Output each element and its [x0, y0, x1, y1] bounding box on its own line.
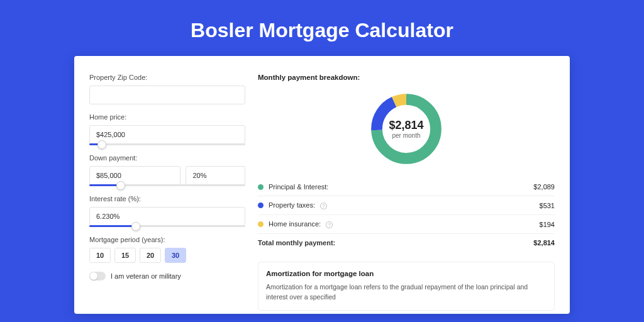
legend-row-principal: Principal & Interest: $2,089 [258, 178, 555, 196]
legend-text-taxes: Property taxes: [269, 201, 315, 209]
down-payment-field: Down payment: [89, 154, 245, 186]
home-price-slider-thumb[interactable] [97, 140, 106, 149]
down-slider[interactable] [89, 184, 245, 186]
legend-name-taxes: Property taxes: ? [269, 201, 540, 209]
down-percent-input[interactable] [186, 166, 245, 185]
info-icon[interactable]: ? [320, 203, 327, 209]
home-price-input[interactable] [89, 125, 245, 144]
total-value: $2,814 [533, 239, 555, 247]
mortgage-period-field: Mortgage period (years): 10 15 20 30 [89, 236, 245, 263]
rate-slider[interactable] [89, 225, 245, 227]
period-btn-30[interactable]: 30 [165, 248, 186, 263]
period-buttons: 10 15 20 30 [89, 248, 245, 263]
down-payment-label: Down payment: [89, 154, 245, 162]
breakdown-title: Monthly payment breakdown: [258, 74, 555, 81]
donut-center-amount: $2,814 [389, 119, 423, 132]
zip-label: Property Zip Code: [89, 74, 245, 81]
interest-rate-field: Interest rate (%): [89, 195, 245, 227]
zip-input[interactable] [89, 86, 245, 104]
home-price-slider[interactable] [89, 143, 245, 145]
donut-chart: $2,814 per month [367, 90, 445, 168]
legend-dot-principal [258, 184, 264, 190]
zip-field: Property Zip Code: [89, 74, 245, 104]
legend-dot-insurance [258, 221, 264, 227]
donut-chart-wrap: $2,814 per month [258, 90, 555, 168]
legend-val-principal: $2,089 [533, 183, 555, 191]
donut-center: $2,814 per month [367, 90, 445, 168]
form-column: Property Zip Code: Home price: Down paym… [89, 74, 245, 299]
total-label: Total monthly payment: [258, 239, 533, 247]
rate-slider-thumb[interactable] [131, 222, 140, 231]
legend-row-total: Total monthly payment: $2,814 [258, 234, 555, 252]
rate-slider-fill [89, 225, 136, 227]
legend-val-taxes: $531 [540, 202, 555, 209]
down-slider-thumb[interactable] [116, 181, 125, 190]
page-title: Bosler Mortgage Calculator [0, 19, 644, 42]
calculator-card: Property Zip Code: Home price: Down paym… [74, 56, 570, 314]
veteran-toggle-row: I am veteran or military [89, 272, 245, 280]
amortization-title: Amortization for mortgage loan [266, 270, 547, 277]
veteran-label: I am veteran or military [111, 272, 181, 280]
donut-center-sub: per month [392, 132, 420, 139]
home-price-field: Home price: [89, 113, 245, 145]
legend-name-principal: Principal & Interest: [269, 183, 533, 191]
period-btn-20[interactable]: 20 [140, 248, 161, 263]
amortization-text: Amortization for a mortgage loan refers … [266, 282, 547, 303]
legend-name-insurance: Home insurance: ? [269, 220, 540, 228]
legend-dot-taxes [258, 203, 264, 208]
legend-row-insurance: Home insurance: ? $194 [258, 215, 555, 234]
interest-rate-input[interactable] [89, 207, 245, 226]
interest-rate-label: Interest rate (%): [89, 195, 245, 203]
home-price-label: Home price: [89, 113, 245, 121]
veteran-toggle[interactable] [89, 272, 106, 280]
legend-val-insurance: $194 [540, 221, 555, 228]
info-icon[interactable]: ? [326, 221, 333, 228]
amortization-box: Amortization for mortgage loan Amortizat… [258, 262, 555, 311]
period-btn-15[interactable]: 15 [114, 248, 136, 263]
down-amount-input[interactable] [89, 166, 180, 185]
legend-text-insurance: Home insurance: [269, 220, 321, 228]
mortgage-period-label: Mortgage period (years): [89, 236, 245, 243]
period-btn-10[interactable]: 10 [89, 248, 111, 263]
breakdown-column: Monthly payment breakdown: $2,814 per mo… [258, 74, 555, 299]
legend-row-taxes: Property taxes: ? $531 [258, 196, 555, 215]
